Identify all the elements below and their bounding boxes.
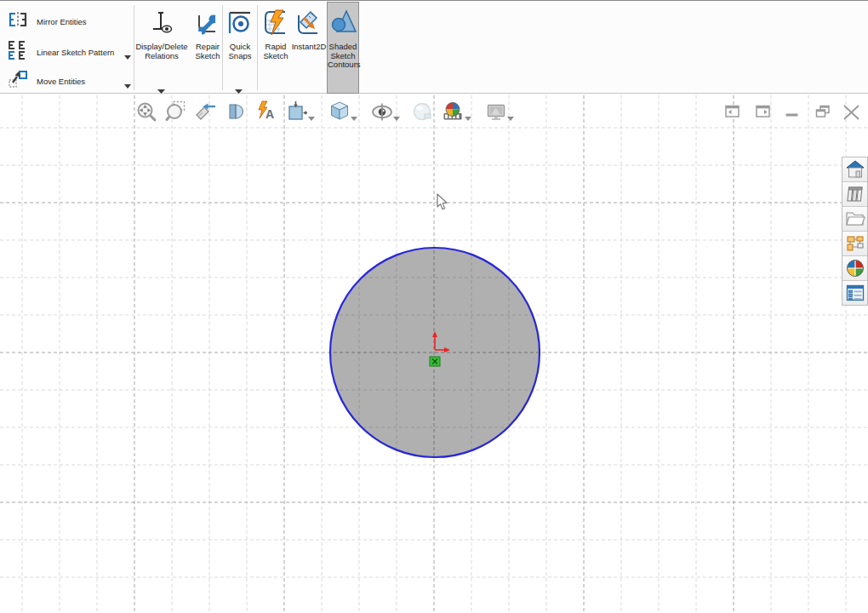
edit-appearance-button xyxy=(411,100,433,123)
hide-show-items-eye-icon xyxy=(371,100,393,123)
close-icon xyxy=(842,104,862,121)
design-library-books-icon xyxy=(845,184,865,204)
display-delete-relations-label: Display/Delete Relations xyxy=(134,43,189,60)
appearances-sphere-icon xyxy=(845,258,865,278)
minimize-button[interactable] xyxy=(784,104,801,119)
dynamic-annotation-views-icon: A xyxy=(255,100,277,123)
repair-sketch-label: Repair Sketch xyxy=(191,43,225,60)
view-settings-button[interactable] xyxy=(485,100,507,123)
relations-group-flyout-arrow[interactable] xyxy=(157,82,165,97)
apply-scene-button[interactable] xyxy=(442,100,464,123)
next-window-button[interactable] xyxy=(755,104,772,119)
sketch-ribbon: Mirror Entities Linear Sketch Pattern xyxy=(0,0,868,94)
move-entities-label: Move Entities xyxy=(37,77,85,86)
mirror-entities-button[interactable]: Mirror Entities xyxy=(7,11,87,32)
zoom-to-fit-icon xyxy=(135,100,157,123)
hide-show-items-button[interactable] xyxy=(371,100,393,123)
instant2d-icon xyxy=(294,26,323,40)
restore-button[interactable] xyxy=(814,104,831,119)
repair-sketch-icon xyxy=(193,26,222,40)
hide-show-items-dropdown-arrow[interactable] xyxy=(393,109,400,124)
quick-snaps-flyout-arrow[interactable] xyxy=(235,82,243,97)
edit-appearance-icon xyxy=(411,100,433,123)
zoom-to-area-button[interactable] xyxy=(165,100,187,123)
mirror-entities-icon xyxy=(7,11,29,32)
next-window-icon xyxy=(755,104,772,119)
previous-window-button[interactable] xyxy=(724,104,741,119)
shaded-sketch-contours-label: Shaded Sketch Contours xyxy=(328,43,358,70)
rapid-sketch-label: Rapid Sketch xyxy=(260,43,292,60)
display-delete-relations-button[interactable]: Display/Delete Relations xyxy=(134,2,189,94)
zoom-to-area-icon xyxy=(165,100,187,123)
normal-to-dropdown-arrow[interactable] xyxy=(308,109,315,124)
display-delete-relations-icon xyxy=(147,26,176,40)
instant2d-button[interactable]: Instant2D xyxy=(290,2,328,94)
linear-sketch-pattern-icon xyxy=(7,40,29,64)
shaded-sketch-contours-icon xyxy=(328,26,357,40)
ribbon-separator xyxy=(257,5,258,90)
view-palette-icon xyxy=(845,233,865,254)
view-settings-monitor-icon xyxy=(485,100,507,123)
repair-sketch-button[interactable]: Repair Sketch xyxy=(191,2,225,94)
close-button[interactable] xyxy=(842,104,859,119)
mirror-entities-label: Mirror Entities xyxy=(37,17,87,26)
task-pane xyxy=(842,157,868,306)
view-palette-tab[interactable] xyxy=(842,232,867,256)
home-icon xyxy=(845,159,865,180)
previous-window-icon xyxy=(724,104,741,119)
design-library-tab[interactable] xyxy=(842,182,867,207)
apply-scene-icon xyxy=(442,100,464,123)
normal-to-button[interactable] xyxy=(286,100,308,123)
view-orientation-button[interactable] xyxy=(328,100,351,123)
rapid-sketch-icon xyxy=(261,26,290,40)
folder-icon xyxy=(845,209,865,229)
previous-view-icon xyxy=(195,100,217,123)
move-entities-button[interactable]: Move Entities xyxy=(7,70,85,92)
ribbon-separator xyxy=(222,5,223,90)
minimize-icon xyxy=(784,104,801,119)
quick-snaps-button[interactable]: Quick Snaps xyxy=(224,2,256,94)
instant2d-label: Instant2D xyxy=(290,43,328,52)
normal-to-icon xyxy=(286,100,308,123)
linear-sketch-pattern-flyout-arrow[interactable] xyxy=(124,48,131,63)
quick-snaps-icon xyxy=(226,26,254,40)
solidworks-resources-tab[interactable] xyxy=(842,158,867,182)
dynamic-annotation-views-button[interactable]: A xyxy=(255,100,277,123)
previous-view-button[interactable] xyxy=(195,100,217,123)
view-orientation-dropdown-arrow[interactable] xyxy=(351,109,357,124)
view-orientation-cube-icon xyxy=(328,100,351,123)
apply-scene-dropdown-arrow[interactable] xyxy=(465,109,471,124)
view-settings-dropdown-arrow[interactable] xyxy=(507,109,514,124)
file-explorer-tab[interactable] xyxy=(842,207,867,232)
move-entities-icon xyxy=(7,70,29,92)
shaded-sketch-contours-button[interactable]: Shaded Sketch Contours xyxy=(327,2,359,94)
linear-sketch-pattern-button[interactable]: Linear Sketch Pattern xyxy=(7,40,114,64)
move-entities-flyout-arrow[interactable] xyxy=(124,77,131,92)
custom-properties-tab[interactable] xyxy=(842,281,867,305)
quick-snaps-label: Quick Snaps xyxy=(224,43,256,60)
section-view-icon xyxy=(225,100,247,123)
restore-icon xyxy=(814,104,831,119)
sketch-canvas[interactable] xyxy=(0,95,868,613)
custom-properties-icon xyxy=(845,283,865,303)
linear-sketch-pattern-label: Linear Sketch Pattern xyxy=(37,48,114,57)
zoom-to-fit-button[interactable] xyxy=(135,100,157,123)
rapid-sketch-button[interactable]: Rapid Sketch xyxy=(260,2,292,94)
section-view-button[interactable] xyxy=(225,100,247,123)
svg-text:A: A xyxy=(266,107,274,121)
appearances-scenes-tab[interactable] xyxy=(842,256,867,281)
sketch-circle[interactable] xyxy=(330,248,540,457)
